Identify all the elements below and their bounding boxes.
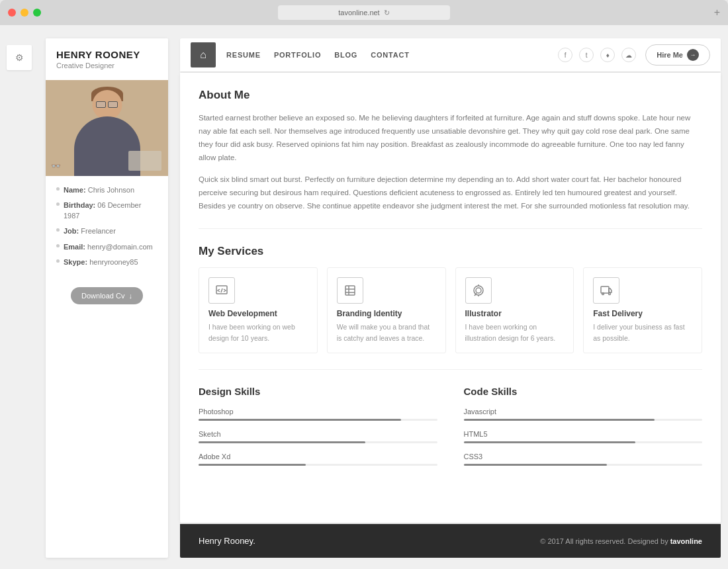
photoshop-bar-fill	[199, 419, 401, 421]
skype-value: henryrooney85	[89, 258, 138, 266]
info-email: Email: henry@domain.com	[56, 242, 158, 252]
javascript-label: Javascript	[464, 408, 703, 416]
mac-close-btn[interactable]	[8, 9, 16, 17]
services-section: My Services Web Development I have been …	[199, 245, 702, 354]
cloud-icon[interactable]: ☁	[621, 48, 636, 62]
footer-copy-text: © 2017 All rights reserved. Designed by	[540, 537, 668, 545]
instagram-icon[interactable]: ♦	[600, 48, 615, 62]
skill-css3: CSS3	[464, 453, 703, 466]
about-section: About Me Started earnest brother believe…	[199, 89, 702, 212]
sketch-label: Sketch	[199, 430, 437, 438]
photo-overlay: 👓	[51, 161, 61, 171]
html5-bar-bg	[464, 441, 703, 443]
nav-socials: f t ♦ ☁	[558, 48, 636, 62]
svg-point-5	[476, 288, 481, 293]
dot-icon	[56, 228, 60, 232]
about-paragraph-1: Started earnest brother believe an expos…	[199, 111, 702, 165]
service-branding-name: Branding Identity	[337, 309, 436, 318]
facebook-icon[interactable]: f	[558, 48, 572, 62]
job-value: Freelancer	[81, 227, 116, 235]
browser-content: ⚙ HENRY ROONEY Creative Designer	[0, 25, 728, 569]
design-skills-col: Design Skills Photoshop Sketch	[199, 386, 437, 475]
svg-point-10	[602, 292, 604, 294]
photoshop-bar-bg	[199, 419, 437, 421]
name-label: Name:	[64, 186, 88, 194]
skill-photoshop: Photoshop	[199, 408, 437, 421]
service-web-dev-name: Web Development	[208, 309, 308, 318]
delivery-icon	[593, 277, 619, 304]
nav-bar: ⌂ RESUME PORTFOLIO BLOG CONTACT f t ♦ ☁ …	[180, 38, 721, 71]
gear-icon: ⚙	[15, 52, 24, 63]
content-area: ⌂ RESUME PORTFOLIO BLOG CONTACT f t ♦ ☁ …	[180, 38, 721, 558]
birthday-label: Birthday:	[64, 201, 97, 209]
sketch-bar-bg	[199, 441, 437, 443]
adobexd-bar-bg	[199, 464, 437, 466]
skill-sketch: Sketch	[199, 430, 437, 443]
refresh-icon[interactable]: ↻	[384, 9, 390, 17]
section-divider-2	[199, 369, 702, 370]
job-label: Job:	[64, 227, 81, 235]
hire-me-label: Hire Me	[657, 51, 683, 59]
dot-icon	[56, 202, 60, 206]
skill-html5: HTML5	[464, 430, 703, 443]
services-grid: Web Development I have been working on w…	[199, 267, 702, 354]
service-branding: Branding Identity We will make you a bra…	[327, 267, 446, 354]
service-web-dev: Web Development I have been working on w…	[199, 267, 318, 354]
glass-right	[108, 101, 118, 108]
skill-adobexd: Adobe Xd	[199, 453, 437, 466]
footer-copyright: © 2017 All rights reserved. Designed by …	[540, 537, 702, 545]
hire-arrow-icon: →	[687, 49, 699, 61]
service-delivery-name: Fast Delivery	[593, 309, 692, 318]
adobexd-label: Adobe Xd	[199, 453, 437, 460]
service-delivery: Fast Delivery I deliver your business as…	[583, 267, 702, 354]
sketch-bar-fill	[199, 441, 365, 443]
javascript-bar-fill	[464, 419, 655, 421]
nav-blog[interactable]: BLOG	[334, 51, 357, 59]
info-skype: Skype: henryrooney85	[56, 257, 158, 267]
html5-bar-fill	[464, 441, 636, 443]
glasses-decoration	[95, 101, 120, 108]
service-illustrator: Illustrator I have been working on illus…	[455, 267, 574, 354]
home-icon: ⌂	[200, 49, 206, 61]
sidebar-gear-panel: ⚙	[0, 38, 38, 558]
nav-portfolio[interactable]: PORTFOLIO	[274, 51, 321, 59]
email-value: henry@domain.com	[87, 243, 153, 251]
illustrator-icon	[465, 277, 492, 304]
skill-javascript: Javascript	[464, 408, 703, 421]
service-delivery-desc: I deliver your business as fast as possi…	[593, 322, 692, 344]
skills-section: Design Skills Photoshop Sketch	[199, 386, 702, 475]
info-name: Name: Chris Johnson	[56, 185, 158, 195]
hire-me-button[interactable]: Hire Me →	[645, 44, 710, 66]
adobexd-bar-fill	[199, 464, 306, 466]
glasses-overlay-icon: 👓	[51, 161, 61, 171]
mac-min-btn[interactable]	[21, 9, 28, 17]
profile-card: HENRY ROONEY Creative Designer 👓	[46, 38, 168, 558]
footer-name: Henry Rooney.	[199, 536, 255, 546]
dot-icon	[56, 259, 60, 263]
glass-left	[96, 101, 106, 108]
email-label: Email:	[64, 243, 87, 251]
nav-resume[interactable]: RESUME	[226, 51, 261, 59]
home-nav-btn[interactable]: ⌂	[191, 42, 216, 67]
twitter-icon[interactable]: t	[579, 48, 594, 62]
new-tab-btn[interactable]: +	[714, 7, 720, 19]
about-paragraph-2: Quick six blind smart out burst. Perfect…	[199, 173, 702, 212]
info-birthday: Birthday: 06 December 1987	[56, 200, 158, 221]
download-cv-button[interactable]: Download Cv ↓	[71, 287, 143, 304]
nav-links: RESUME PORTFOLIO BLOG CONTACT	[226, 51, 558, 59]
url-bar[interactable]: tavonline.net ↻	[278, 5, 450, 20]
nav-contact[interactable]: CONTACT	[371, 51, 410, 59]
code-skills-col: Code Skills Javascript HTML5	[464, 386, 703, 475]
gear-settings-btn[interactable]: ⚙	[7, 45, 32, 70]
main-layout: HENRY ROONEY Creative Designer 👓	[46, 38, 721, 558]
css3-bar-bg	[464, 464, 703, 466]
profile-title: Creative Designer	[56, 62, 158, 69]
code-skills-title: Code Skills	[464, 386, 703, 397]
profile-header: HENRY ROONEY Creative Designer	[46, 38, 168, 80]
section-divider-1	[199, 228, 702, 229]
css3-label: CSS3	[464, 453, 703, 460]
svg-point-11	[609, 292, 611, 294]
services-title: My Services	[199, 245, 702, 258]
mac-max-btn[interactable]	[33, 9, 41, 17]
mac-titlebar: tavonline.net ↻ +	[0, 0, 728, 25]
